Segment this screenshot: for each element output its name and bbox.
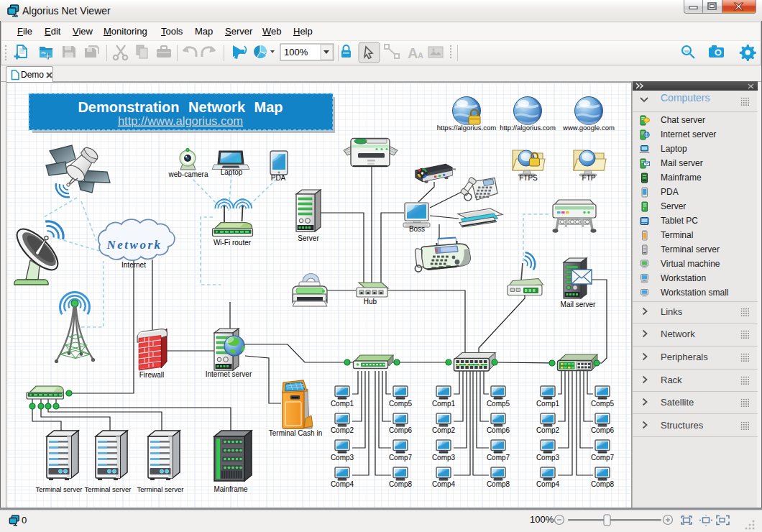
svg-text:Comp3: Comp3 <box>536 454 560 462</box>
svg-text:A: A <box>418 51 423 60</box>
svg-text:Internet: Internet <box>121 261 146 269</box>
svg-text:Server: Server <box>298 234 319 242</box>
svg-text:Terminal server: Terminal server <box>36 485 83 493</box>
svg-text:Comp1: Comp1 <box>536 400 560 408</box>
svg-text:web-camera: web-camera <box>167 170 208 178</box>
svg-text:Comp5: Comp5 <box>389 400 413 408</box>
svg-text:Comp8: Comp8 <box>487 480 510 488</box>
svg-text:FTPS: FTPS <box>519 174 538 182</box>
svg-text:Comp6: Comp6 <box>591 426 615 434</box>
svg-text:Comp3: Comp3 <box>432 454 456 462</box>
svg-text:Internet server: Internet server <box>206 370 252 378</box>
svg-text:www.google.com: www.google.com <box>562 124 615 132</box>
svg-text:Network: Network <box>106 238 162 252</box>
svg-text:Mail server: Mail server <box>561 301 597 308</box>
svg-text:Comp2: Comp2 <box>331 426 354 434</box>
svg-text:Comp1: Comp1 <box>432 400 456 408</box>
svg-text:Comp3: Comp3 <box>331 454 354 462</box>
svg-text:Wi-Fi router: Wi-Fi router <box>214 239 252 247</box>
svg-text:Comp1: Comp1 <box>331 400 354 408</box>
svg-text:100%: 100% <box>284 47 308 58</box>
svg-text:Laptop: Laptop <box>221 168 243 176</box>
svg-text:Boss: Boss <box>409 225 425 233</box>
svg-text:Comp8: Comp8 <box>591 480 615 488</box>
svg-text:Terminal server: Terminal server <box>85 485 132 493</box>
svg-text:Comp7: Comp7 <box>487 454 510 462</box>
svg-text:Comp2: Comp2 <box>536 426 560 434</box>
svg-text:Terminal server: Terminal server <box>137 485 184 493</box>
svg-text:FTP: FTP <box>582 174 596 182</box>
svg-text:Demonstration Network Map: Demonstration Network Map <box>78 99 283 115</box>
svg-text:Firewall: Firewall <box>139 371 164 379</box>
svg-text:Comp4: Comp4 <box>331 480 354 488</box>
svg-text:Comp7: Comp7 <box>389 454 413 462</box>
svg-text:Comp2: Comp2 <box>432 426 456 434</box>
svg-text:https://algorius.com: https://algorius.com <box>437 124 496 132</box>
svg-text:Comp7: Comp7 <box>591 454 615 462</box>
svg-text:Comp5: Comp5 <box>487 400 510 408</box>
svg-text:http://www.algorius.com: http://www.algorius.com <box>118 114 243 127</box>
svg-text:Comp4: Comp4 <box>536 480 560 488</box>
svg-text:Comp8: Comp8 <box>389 480 413 488</box>
svg-text:Comp6: Comp6 <box>487 426 510 434</box>
svg-text:Comp6: Comp6 <box>389 426 413 434</box>
svg-text:Terminal Cash in: Terminal Cash in <box>269 429 322 437</box>
svg-text:A: A <box>408 45 418 61</box>
svg-text:Hub: Hub <box>364 298 377 306</box>
svg-text:Comp4: Comp4 <box>432 480 456 488</box>
svg-text:Comp5: Comp5 <box>591 400 615 408</box>
svg-text:http://algorius.com: http://algorius.com <box>500 124 556 132</box>
svg-text:Mainframe: Mainframe <box>214 485 248 493</box>
svg-text:PDA: PDA <box>271 174 286 182</box>
